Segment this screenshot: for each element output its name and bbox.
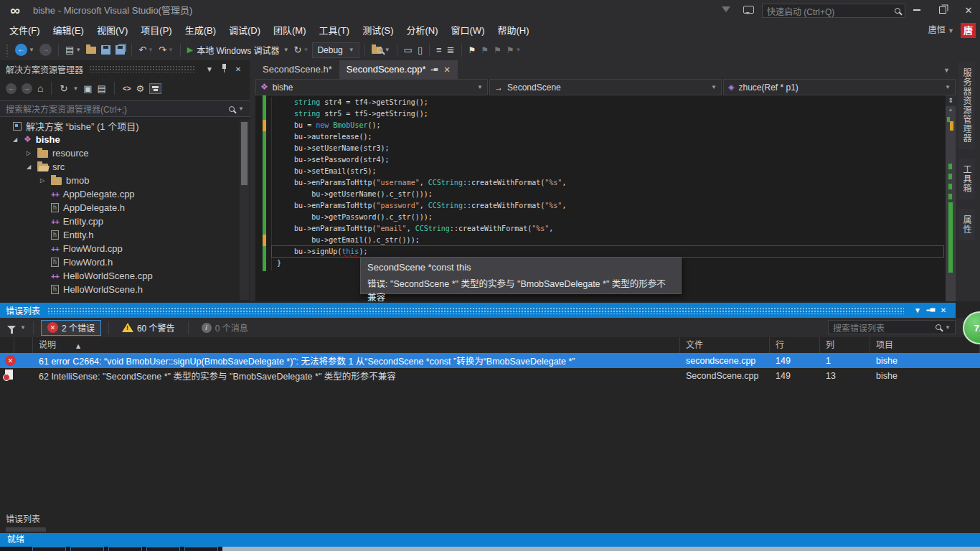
tree-item[interactable]: ++FlowWord.cpp — [0, 242, 237, 255]
tree-item[interactable]: ++Entity.cpp — [0, 215, 237, 228]
scroll-up-icon[interactable]: ▲ — [946, 107, 956, 112]
minimize-button[interactable] — [905, 0, 928, 20]
project-dropdown[interactable]: ❖ bishe ▼ — [255, 79, 488, 95]
code-line[interactable]: string str5 = tf5->getString(); — [271, 108, 566, 120]
menu-item[interactable]: 帮助(H) — [491, 22, 535, 39]
error-search-input[interactable]: 搜索错误列表 ▼ — [828, 320, 956, 334]
new-window-button[interactable]: ▤▼ — [64, 42, 83, 58]
toggle-bookmark-button[interactable]: ⚑ — [467, 42, 478, 58]
find-in-files-button[interactable]: ▼ — [370, 42, 392, 58]
solution-config-dropdown[interactable]: Debug▼ — [312, 42, 359, 58]
error-list-bottom-tab[interactable]: 错误列表 — [6, 512, 40, 524]
code-line[interactable]: bu->autorelease(); — [271, 131, 566, 143]
clear-bookmarks-button[interactable]: ⚑▼ — [505, 42, 523, 58]
refresh-button[interactable]: ↻▼ — [293, 42, 311, 58]
tab-secondscene-h[interactable]: SecondScene.h* — [255, 60, 339, 79]
collapse-all-button[interactable] — [149, 83, 161, 94]
explorer-forward-button[interactable]: → — [22, 83, 32, 94]
side-tab[interactable]: 服务器资源管理器 — [958, 62, 975, 149]
menu-item[interactable]: 调试(D) — [222, 22, 267, 39]
start-debug-button[interactable]: ▶ 本地 Windows 调试器 ▼ — [186, 42, 291, 58]
properties-window-icon[interactable]: ▤ — [98, 83, 106, 94]
tree-item[interactable]: hEntity.h — [0, 228, 237, 242]
menu-item[interactable]: 窗口(W) — [445, 22, 491, 39]
menu-item[interactable]: 视图(V) — [90, 22, 134, 39]
code-line[interactable]: bu->setEmail(str5); — [271, 166, 566, 177]
undo-button[interactable]: ↶▼ — [137, 42, 155, 58]
navigate-forward-button[interactable]: → — [38, 42, 53, 58]
menu-item[interactable]: 测试(S) — [356, 22, 400, 39]
filter-icon[interactable] — [7, 326, 16, 330]
column-line[interactable]: 行 — [770, 337, 820, 353]
code-line[interactable]: bu->setPassword(str4); — [271, 154, 566, 166]
solution-search-input[interactable]: 搜索解决方案资源管理器(Ctrl+;) ▼ — [0, 100, 250, 117]
pin-icon[interactable] — [431, 67, 438, 73]
menu-item[interactable]: 文件(F) — [3, 22, 47, 39]
tree-expand-arrow[interactable]: ◢ — [13, 136, 24, 143]
split-editor-handle[interactable]: ⇕ — [946, 95, 956, 106]
taskbar-button[interactable] — [146, 547, 180, 551]
properties-icon[interactable]: ⚙ — [136, 83, 145, 94]
avatar[interactable]: 唐 — [961, 23, 976, 38]
menu-item[interactable]: 分析(N) — [400, 22, 444, 39]
member-dropdown[interactable]: ◈ zhuce(Ref * p1) ▼ — [723, 79, 956, 95]
close-tab-icon[interactable]: ✕ — [443, 60, 450, 79]
save-button[interactable] — [100, 42, 112, 58]
warnings-filter-button[interactable]: 60 个警告 — [116, 320, 181, 336]
code-line[interactable]: bu->signUp(this); — [271, 246, 566, 258]
toolbar-grip[interactable] — [6, 44, 9, 57]
taskbar-button[interactable] — [184, 547, 218, 551]
taskbar-button[interactable] — [70, 547, 104, 551]
code-line[interactable]: bu = new BmobUser(); — [271, 120, 566, 131]
code-line[interactable]: bu->enParamsToHttp("email", CCString::cr… — [271, 223, 566, 235]
side-tab[interactable]: 工具箱 — [958, 159, 975, 199]
taskbar-button[interactable] — [32, 547, 66, 551]
open-file-button[interactable] — [85, 42, 98, 58]
view-code-icon[interactable]: <> — [123, 85, 131, 93]
tree-item[interactable]: 解决方案 “bishe” (1 个项目) — [0, 119, 237, 133]
menu-item[interactable]: 工具(T) — [313, 22, 357, 39]
tree-item[interactable]: ◢src — [0, 160, 237, 174]
code-line[interactable]: bu->setUserName(str3); — [271, 143, 566, 154]
tree-item[interactable]: ▷bmob — [0, 174, 237, 187]
tree-item[interactable]: ++AppDelegate.cpp — [0, 187, 237, 201]
home-icon[interactable]: ⌂ — [37, 83, 43, 94]
errors-filter-button[interactable]: ✕ 2 个错误 — [41, 320, 101, 336]
menu-item[interactable]: 编辑(E) — [47, 22, 90, 39]
window-position-dropdown[interactable]: ▼ — [204, 65, 215, 73]
drag-grip[interactable] — [89, 65, 195, 72]
sync-with-active-document-icon[interactable]: ▣ — [83, 83, 92, 94]
notifications-icon[interactable] — [722, 6, 730, 12]
column-description[interactable]: 说明▲ — [33, 337, 680, 353]
code-line[interactable]: bu->getUserName().c_str())); — [271, 189, 566, 200]
solution-explorer-header[interactable]: 解决方案资源管理器 ▼ ✕ — [0, 60, 250, 77]
close-button[interactable]: ✕ — [957, 0, 980, 20]
explorer-scrollbar[interactable] — [240, 121, 249, 300]
quick-launch-input[interactable]: 快速启动 (Ctrl+Q) — [762, 4, 905, 18]
tree-item[interactable]: ▷resource — [0, 146, 237, 160]
close-panel-button[interactable]: ✕ — [232, 65, 244, 73]
column-col[interactable]: 列 — [820, 337, 870, 353]
tree-expand-arrow[interactable]: ▷ — [40, 177, 51, 184]
increase-indent-button[interactable]: ≣ — [446, 42, 456, 58]
close-panel-button[interactable]: ✕ — [937, 306, 950, 314]
error-row[interactable]: ✕61 error C2664: “void BmobUser::signUp(… — [0, 353, 980, 368]
feedback-icon[interactable] — [743, 6, 754, 14]
menu-item[interactable]: 生成(B) — [179, 22, 222, 39]
prev-bookmark-button[interactable]: ⚑ — [479, 42, 490, 58]
drag-grip[interactable] — [47, 307, 904, 314]
code-line[interactable]: string str4 = tf4->getString(); — [271, 97, 566, 108]
pin-button[interactable] — [218, 64, 230, 74]
redo-button[interactable]: ↷▼ — [157, 42, 175, 58]
tree-item[interactable]: hFlowWord.h — [0, 255, 237, 269]
comment-button[interactable]: ▭ — [402, 42, 414, 58]
error-row[interactable]: 62 IntelliSense: "SecondScene *" 类型的实参与 … — [0, 368, 980, 383]
tree-item[interactable]: hAppDelegate.h — [0, 201, 237, 215]
explorer-back-button[interactable]: ← — [6, 83, 17, 94]
code-editor[interactable]: string str4 = tf4->getString(); string s… — [255, 95, 956, 301]
tree-item[interactable]: hHelloWorldScene.h — [0, 283, 237, 296]
uncomment-button[interactable]: ▯ — [416, 42, 424, 58]
restore-button[interactable] — [931, 0, 954, 20]
type-dropdown[interactable]: → SecondScene ▼ — [489, 79, 722, 95]
tab-secondscene-cpp[interactable]: SecondScene.cpp* ✕ — [339, 60, 458, 79]
